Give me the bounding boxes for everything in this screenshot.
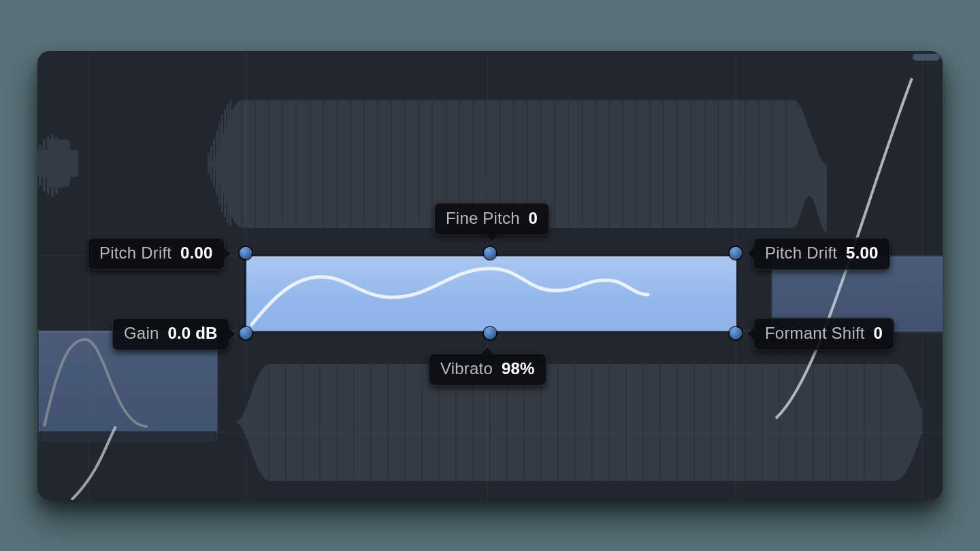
svg-rect-3 (43, 139, 46, 191)
svg-rect-7 (59, 142, 62, 188)
note-region-prev[interactable] (37, 330, 218, 433)
vibrato-tooltip: Vibrato 98% (429, 353, 546, 386)
pitch-drift-right-hotspot[interactable] (730, 247, 742, 259)
note-region-next[interactable] (771, 255, 943, 333)
svg-rect-18 (229, 100, 231, 227)
svg-rect-0 (37, 150, 78, 177)
svg-rect-1 (47, 139, 70, 187)
svg-rect-17 (227, 104, 229, 222)
background-waveform-upper (37, 78, 943, 235)
fine-pitch-value: 0 (529, 209, 538, 227)
svg-rect-11 (210, 146, 212, 180)
svg-rect-10 (208, 153, 210, 173)
pitch-drift-left-hotspot[interactable] (240, 247, 252, 259)
svg-rect-5 (51, 134, 54, 197)
fine-pitch-label: Fine Pitch (446, 209, 520, 227)
svg-rect-6 (55, 137, 58, 194)
vibrato-hotspot[interactable] (484, 327, 496, 339)
svg-rect-13 (216, 131, 218, 195)
svg-rect-12 (213, 139, 215, 187)
vibrato-value: 98% (502, 359, 535, 378)
svg-rect-14 (218, 123, 220, 203)
pitch-drift-left-label: Pitch Drift (99, 244, 172, 262)
svg-rect-4 (47, 137, 50, 194)
note-region-selected[interactable] (245, 255, 738, 333)
svg-rect-15 (221, 115, 223, 212)
pitch-drift-left-value: 0.00 (180, 244, 213, 262)
gain-hotspot[interactable] (240, 327, 252, 339)
svg-rect-2 (39, 145, 42, 186)
pitch-drift-left-tooltip: Pitch Drift 0.00 (88, 237, 225, 270)
vibrato-label: Vibrato (440, 359, 493, 378)
note-pitch-curve (246, 256, 736, 331)
svg-rect-9 (67, 153, 70, 178)
flex-pitch-editor[interactable]: Fine Pitch 0 Vibrato 98% Pitch Drift 0.0… (37, 51, 943, 500)
formant-shift-hotspot[interactable] (730, 327, 742, 339)
scroll-indicator (913, 54, 940, 61)
fine-pitch-hotspot[interactable] (484, 247, 496, 259)
svg-rect-16 (224, 110, 226, 217)
fine-pitch-tooltip: Fine Pitch 0 (434, 203, 549, 235)
svg-rect-8 (63, 146, 66, 184)
